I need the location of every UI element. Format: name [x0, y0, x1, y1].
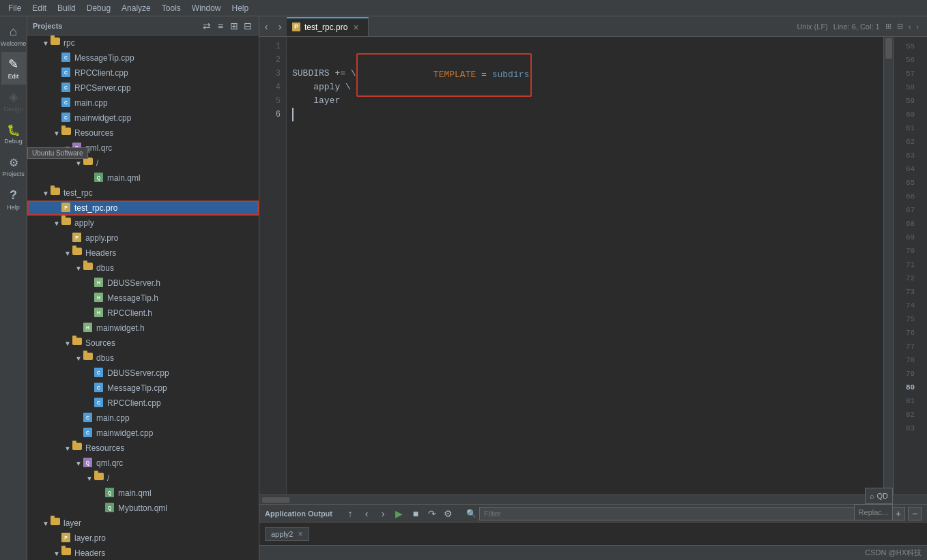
- line-numbers: 1 2 3 4 5 6: [259, 37, 287, 495]
- tree-item-layer[interactable]: ▼ layer: [27, 516, 259, 531]
- expand-icon[interactable]: ⊞: [885, 22, 892, 31]
- list-item[interactable]: P layer.pro: [27, 531, 259, 546]
- list-item[interactable]: H mainwidget.h: [27, 321, 259, 336]
- status-bar: CSDN @HX科技: [259, 545, 927, 560]
- tab-nav-left-icon[interactable]: ‹: [909, 23, 911, 31]
- code-editor[interactable]: 1 2 3 4 5 6 TEMPLATE = subdirs SUBDIRS: [259, 37, 883, 495]
- output-tab-apply2[interactable]: apply2 ×: [265, 527, 309, 541]
- tree-item-rpc[interactable]: ▼ rpc: [27, 35, 259, 50]
- tree-item-resources-rpc[interactable]: ▼ Resources: [27, 126, 259, 141]
- menu-help[interactable]: Help: [227, 2, 255, 14]
- bottom-filter-input[interactable]: [479, 507, 889, 520]
- menu-tools[interactable]: Tools: [156, 2, 186, 14]
- panel-header: Projects ⇄ ≡ ⊞ ⊟: [27, 16, 259, 35]
- tab-nav-prev[interactable]: ‹: [259, 17, 273, 36]
- output-tab-close[interactable]: ×: [298, 529, 302, 539]
- search-overlay: ⌕ QD: [865, 488, 893, 504]
- list-item[interactable]: C main.cpp: [27, 411, 259, 426]
- menu-bar: File Edit Build Debug Analyze Tools Wind…: [0, 0, 927, 16]
- tree-item-dbus-headers[interactable]: ▼ dbus: [27, 261, 259, 276]
- remove-output-button[interactable]: −: [908, 507, 922, 520]
- menu-debug[interactable]: Debug: [81, 2, 116, 14]
- line-number: 5: [259, 94, 286, 108]
- sidebar-item-design[interactable]: ◈ Design: [1, 85, 26, 117]
- editor-scrollbar[interactable]: [883, 37, 893, 495]
- tab-test-rpc-pro[interactable]: P test_rpc.pro ×: [287, 17, 369, 36]
- cursor-position-indicator: Line: 6, Col: 1: [833, 23, 880, 31]
- menu-file[interactable]: File: [3, 2, 27, 14]
- bottom-prev-icon[interactable]: ‹: [360, 507, 373, 520]
- tab-nav-right-icon[interactable]: ›: [916, 23, 919, 31]
- list-item[interactable]: Q Mybutton.qml: [27, 501, 259, 516]
- output-tab-label: apply2: [271, 530, 293, 538]
- tree-item-test-rpc[interactable]: ▼ test_rpc: [27, 186, 259, 201]
- search-label: ⌕ QD: [870, 492, 888, 500]
- list-item[interactable]: H DBUSServer.h: [27, 276, 259, 291]
- line-number: 3: [259, 67, 286, 80]
- line-ending-indicator: Unix (LF): [797, 23, 828, 31]
- menu-build[interactable]: Build: [52, 2, 81, 14]
- list-item[interactable]: C MessageTip.cpp: [27, 381, 259, 396]
- tab-close-button[interactable]: ×: [353, 22, 358, 33]
- list-item[interactable]: C RPCClient.cpp: [27, 65, 259, 80]
- tab-info: Unix (LF) Line: 6, Col: 1 ⊞ ⊟ ‹ ›: [789, 22, 927, 31]
- list-item[interactable]: C RPCClient.cpp: [27, 396, 259, 411]
- editor-area: ‹ › P test_rpc.pro × Unix (LF) Line: 6, …: [259, 16, 927, 560]
- menu-window[interactable]: Window: [186, 2, 227, 14]
- tree-item-qmlqrc-apply[interactable]: ▼ Q qml.qrc: [27, 456, 259, 471]
- sidebar-item-help[interactable]: ? Help: [1, 183, 26, 216]
- list-item[interactable]: C mainwidget.cpp: [27, 110, 259, 126]
- tree-item-headers-apply[interactable]: ▼ Headers: [27, 246, 259, 261]
- shrink-icon[interactable]: ⊟: [897, 22, 903, 31]
- line-number: 4: [259, 80, 286, 94]
- code-content[interactable]: TEMPLATE = subdirs SUBDIRS += \ apply \ …: [287, 37, 883, 495]
- tree-item-headers-layer[interactable]: ▼ Headers: [27, 546, 259, 560]
- panel-minimize-icon[interactable]: ⊟: [242, 20, 253, 31]
- menu-edit[interactable]: Edit: [27, 2, 52, 14]
- status-attribution: CSDN @HX科技: [865, 548, 922, 558]
- sidebar-item-debug[interactable]: 🐛 Debug: [1, 117, 26, 150]
- panel-filter-icon[interactable]: ≡: [215, 20, 226, 31]
- list-item[interactable]: Q main.qml: [27, 171, 259, 186]
- sidebar-item-projects[interactable]: ⚙ Projects: [1, 150, 26, 183]
- list-item[interactable]: C main.cpp: [27, 95, 259, 110]
- list-item[interactable]: C mainwidget.cpp: [27, 426, 259, 441]
- list-item[interactable]: H MessageTip.h: [27, 291, 259, 306]
- tree-item-sources-apply[interactable]: ▼ Sources: [27, 336, 259, 351]
- panel-sync-icon[interactable]: ⇄: [201, 20, 212, 31]
- list-item[interactable]: C RPCServer.cpp: [27, 80, 259, 95]
- side-icon-bar: ⌂ Welcome ✎ Edit ◈ Design 🐛 Debug ⚙ Proj…: [0, 16, 27, 560]
- code-line-6: [292, 108, 878, 121]
- line-number: 6: [259, 108, 286, 121]
- tab-nav-next[interactable]: ›: [273, 17, 287, 36]
- code-line-1: TEMPLATE = subdirs: [292, 40, 878, 53]
- list-item[interactable]: P apply.pro: [27, 231, 259, 246]
- bottom-next-icon[interactable]: ›: [376, 507, 390, 520]
- sidebar-item-welcome[interactable]: ⌂ Welcome: [1, 19, 26, 52]
- bottom-run-icon[interactable]: ▶: [393, 507, 406, 520]
- bottom-settings-icon[interactable]: ⚙: [442, 507, 455, 520]
- menu-analyze[interactable]: Analyze: [116, 2, 156, 14]
- list-item[interactable]: C MessageTip.cpp: [27, 50, 259, 65]
- tab-file-icon: P: [292, 23, 302, 32]
- list-item[interactable]: C DBUSServer.cpp: [27, 366, 259, 381]
- sidebar-item-edit[interactable]: ✎ Edit: [1, 52, 26, 85]
- list-item[interactable]: H RPCClient.h: [27, 306, 259, 321]
- bottom-scrollbar[interactable]: [259, 495, 927, 504]
- panel-expand-icon[interactable]: ⊞: [229, 20, 240, 31]
- tree-item-test-rpc-pro[interactable]: P test_rpc.pro: [27, 201, 259, 216]
- list-item[interactable]: Q main.qml: [27, 486, 259, 501]
- line-number: 2: [259, 53, 286, 67]
- ubuntu-software-popup: Ubuntu Software: [27, 147, 88, 159]
- tree-item-apply[interactable]: ▼ apply: [27, 216, 259, 231]
- panel-title: Projects: [33, 22, 62, 30]
- bottom-stop-icon[interactable]: ■: [409, 507, 423, 520]
- tree-item-dbus-sources[interactable]: ▼ dbus: [27, 351, 259, 366]
- tree-item-slash-apply[interactable]: ▼ /: [27, 471, 259, 486]
- tree-item-resources-apply[interactable]: ▼ Resources: [27, 441, 259, 456]
- bottom-title: Application Output: [265, 510, 332, 518]
- add-output-button[interactable]: +: [892, 507, 905, 520]
- bottom-nav-icon[interactable]: ↑: [343, 507, 357, 520]
- search-icon: 🔍: [466, 509, 476, 518]
- bottom-step-icon[interactable]: ↷: [425, 507, 439, 520]
